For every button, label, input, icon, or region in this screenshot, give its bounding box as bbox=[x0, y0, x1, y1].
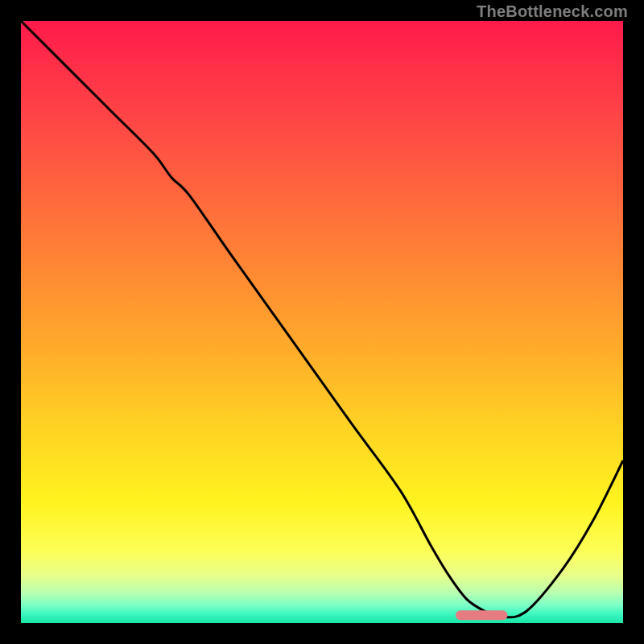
bottleneck-curve bbox=[21, 21, 623, 617]
watermark-text: TheBottleneck.com bbox=[477, 2, 628, 21]
chart-frame: TheBottleneck.com bbox=[0, 0, 644, 644]
chart-svg bbox=[21, 21, 623, 623]
